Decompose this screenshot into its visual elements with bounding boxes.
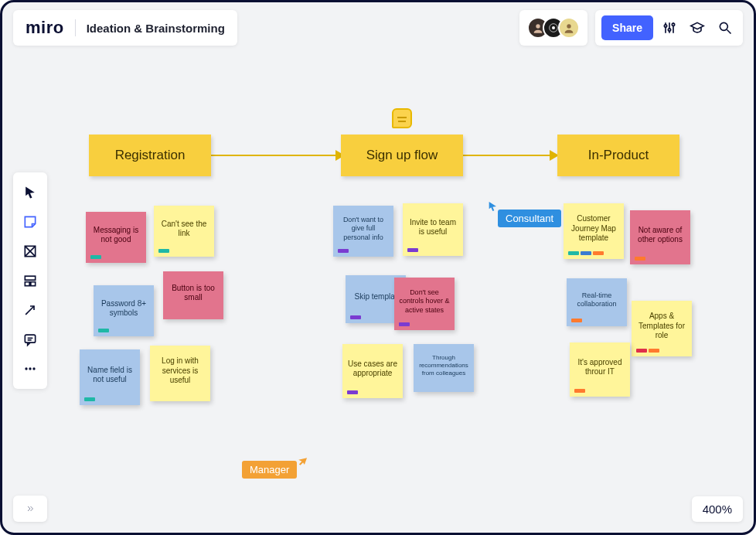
sticky-note[interactable]: Customer Journey Map template xyxy=(564,203,624,259)
note-tag xyxy=(649,349,659,353)
sticky-text: Not aware of other options xyxy=(635,226,686,245)
collaborator-avatars[interactable] xyxy=(519,10,587,46)
remote-cursor: Manager xyxy=(243,461,308,479)
sticky-text: Skip templat xyxy=(354,292,397,302)
sticky-text: Messaging is not good xyxy=(90,226,141,245)
svg-point-24 xyxy=(32,367,35,370)
sticky-note-tool-icon[interactable] xyxy=(16,208,44,236)
learn-icon[interactable] xyxy=(686,16,709,39)
sticky-note[interactable]: Password 8+ symbols xyxy=(94,285,154,336)
svg-point-3 xyxy=(567,24,570,28)
sticky-text: Through recommendations from colleagues xyxy=(418,354,469,377)
note-tag xyxy=(581,251,591,255)
top-bar: miro Ideation & Brainstorming Share xyxy=(13,10,743,46)
comment-tool-icon[interactable] xyxy=(16,325,44,353)
note-tag xyxy=(574,389,585,393)
sticky-text: Invite to team is useful xyxy=(407,218,458,237)
column-header[interactable]: In-Product xyxy=(557,135,679,176)
app-frame: miro Ideation & Brainstorming Share xyxy=(0,0,756,535)
sticky-text: Log in with services is useful xyxy=(155,356,206,386)
shape-tool-icon[interactable] xyxy=(16,237,44,265)
sticky-note[interactable]: Don't see controls hover & active states xyxy=(394,278,455,330)
note-tag xyxy=(90,255,101,259)
svg-rect-17 xyxy=(31,282,36,286)
note-tag xyxy=(636,349,647,353)
svg-point-9 xyxy=(672,23,674,26)
comment-badge-icon[interactable] xyxy=(392,108,412,128)
sticky-text: Apps & Templates for role xyxy=(636,312,687,341)
sticky-note[interactable]: Apps & Templates for role xyxy=(632,301,692,356)
sticky-note[interactable]: Invite to team is useful xyxy=(403,203,463,256)
note-tag xyxy=(338,249,349,253)
note-tag xyxy=(158,249,169,253)
sticky-text: Button is too small xyxy=(168,284,219,303)
sticky-text: Real-time collaboration xyxy=(571,291,622,309)
svg-rect-15 xyxy=(25,276,35,280)
settings-icon[interactable] xyxy=(658,16,681,39)
column-header[interactable]: Sign up flow xyxy=(341,135,463,176)
note-tag xyxy=(593,251,604,255)
sticky-note[interactable]: Messaging is not good xyxy=(86,212,146,263)
sticky-text: Don't want to give full personal info xyxy=(338,216,389,242)
sticky-note[interactable]: Don't want to give full personal info xyxy=(333,206,393,257)
sticky-note[interactable]: Real-time collaboration xyxy=(567,278,627,326)
title-divider xyxy=(75,19,76,36)
sticky-note[interactable]: Use cases are appropriate xyxy=(342,344,403,398)
pointer-tool-icon[interactable] xyxy=(16,179,44,206)
arrow-tool-icon[interactable] xyxy=(16,296,44,324)
column-header[interactable]: Registration xyxy=(89,135,211,176)
top-actions: Share xyxy=(595,10,743,46)
cursor-label-text: Consultant xyxy=(498,210,561,227)
sticky-note[interactable]: Log in with services is useful xyxy=(150,346,210,401)
sticky-note[interactable]: It's approved throur IT xyxy=(570,342,630,397)
sticky-text: It's approved throur IT xyxy=(574,358,625,377)
svg-line-18 xyxy=(26,306,34,315)
left-toolbar xyxy=(13,172,47,389)
sticky-text: Name field is not useful xyxy=(84,366,135,385)
flow-connector xyxy=(209,155,337,156)
share-button[interactable]: Share xyxy=(601,15,653,40)
svg-rect-16 xyxy=(25,282,29,286)
sticky-note[interactable]: Button is too small xyxy=(163,271,223,319)
svg-point-10 xyxy=(720,22,727,30)
collapse-toolbar-button[interactable] xyxy=(13,496,47,522)
frame-tool-icon[interactable] xyxy=(16,267,44,295)
more-tools-icon[interactable] xyxy=(16,355,44,383)
avatar[interactable] xyxy=(558,17,580,39)
svg-point-22 xyxy=(25,367,27,370)
note-tag xyxy=(98,329,109,332)
sticky-note[interactable]: Name field is not useful xyxy=(80,349,140,405)
svg-point-7 xyxy=(664,25,666,27)
sticky-text: Don't see controls hover & active states xyxy=(399,288,450,315)
remote-cursor: Consultant xyxy=(487,199,561,227)
sticky-text: Password 8+ symbols xyxy=(98,299,149,319)
svg-point-2 xyxy=(552,26,555,29)
note-tag xyxy=(407,248,418,252)
note-tag xyxy=(635,257,645,261)
note-tag xyxy=(571,319,582,322)
zoom-level[interactable]: 400% xyxy=(692,496,743,522)
sticky-note[interactable]: Not aware of other options xyxy=(630,210,690,264)
svg-point-23 xyxy=(29,367,31,370)
title-container: miro Ideation & Brainstorming xyxy=(13,10,237,46)
svg-point-8 xyxy=(668,29,670,31)
svg-point-0 xyxy=(536,24,540,28)
svg-line-11 xyxy=(727,30,731,34)
note-tag xyxy=(568,251,579,255)
sticky-text: Can't see the link xyxy=(158,220,209,239)
search-icon[interactable] xyxy=(713,16,737,39)
flow-connector xyxy=(462,155,551,156)
cursor-label-text: Manager xyxy=(242,461,297,479)
sticky-note[interactable]: Can't see the link xyxy=(154,206,214,257)
note-tag xyxy=(399,322,410,326)
board-title[interactable]: Ideation & Brainstorming xyxy=(87,22,225,35)
sticky-text: Customer Journey Map template xyxy=(568,214,619,244)
note-tag xyxy=(347,390,358,394)
sticky-text: Use cases are appropriate xyxy=(347,360,398,379)
miro-logo[interactable]: miro xyxy=(26,18,64,38)
sticky-note[interactable]: Through recommendations from colleagues xyxy=(414,344,474,392)
note-tag xyxy=(350,315,361,319)
note-tag xyxy=(84,397,95,401)
